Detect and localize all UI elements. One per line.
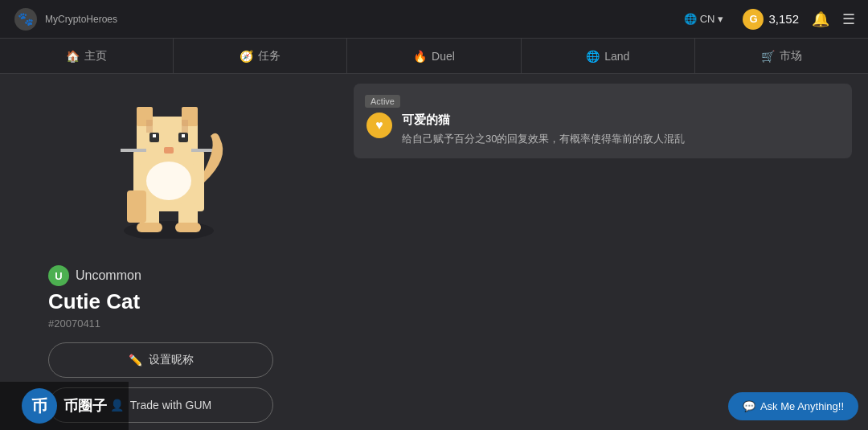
character-id: #20070411 bbox=[48, 317, 338, 330]
character-name: Cutie Cat bbox=[48, 289, 338, 314]
svg-rect-12 bbox=[121, 149, 146, 152]
svg-rect-16 bbox=[178, 203, 198, 226]
nav-duel-label: Duel bbox=[432, 50, 455, 63]
rarity-badge: U Uncommon bbox=[48, 265, 338, 286]
market-icon: 🛒 bbox=[761, 50, 775, 63]
nav-market-label: 市场 bbox=[780, 49, 802, 63]
character-image-area bbox=[0, 74, 338, 259]
secondary-nav: 🏠 主页 🧭 任务 🔥 Duel 🌐 Land 🛒 市场 bbox=[0, 39, 868, 74]
svg-point-14 bbox=[146, 162, 191, 200]
svg-rect-17 bbox=[137, 223, 162, 232]
nav-land-label: Land bbox=[604, 50, 629, 63]
nav-item-home[interactable]: 🏠 主页 bbox=[0, 39, 174, 73]
watermark: 币 币圈子 bbox=[0, 382, 129, 430]
svg-rect-21 bbox=[182, 120, 188, 133]
character-sprite bbox=[88, 94, 249, 239]
nav-item-quests[interactable]: 🧭 任务 bbox=[174, 39, 347, 73]
language-selector[interactable]: 🌐 CN ▾ bbox=[684, 13, 724, 25]
left-panel: U Uncommon Cutie Cat #20070411 ✏️ 设置昵称 👤… bbox=[0, 74, 338, 430]
nav-item-market[interactable]: 🛒 市场 bbox=[695, 39, 868, 73]
right-panel: Active ♥ 可爱的猫 给自己赋予百分之30的回复效果，有概率使得靠前的敌人… bbox=[338, 74, 868, 430]
logo-icon: 🐾 bbox=[13, 6, 39, 32]
quest-icon: 🧭 bbox=[240, 50, 253, 63]
svg-rect-18 bbox=[175, 223, 201, 232]
gum-amount: 3,152 bbox=[768, 12, 799, 26]
trade-gum-label: Trade with GUM bbox=[130, 399, 211, 412]
nav-home-label: 主页 bbox=[84, 49, 107, 63]
nav-right: G 3,152 🔔 ☰ bbox=[743, 9, 855, 30]
svg-rect-19 bbox=[127, 190, 146, 223]
lang-label: CN bbox=[700, 13, 715, 25]
menu-icon[interactable]: ☰ bbox=[842, 10, 855, 28]
ask-me-button[interactable]: 💬 Ask Me Anything!! bbox=[728, 392, 858, 420]
ask-me-label: Ask Me Anything!! bbox=[760, 400, 844, 412]
globe-icon: 🌐 bbox=[684, 13, 697, 25]
set-nickname-label: 设置昵称 bbox=[149, 353, 194, 367]
svg-point-2 bbox=[124, 221, 214, 239]
gum-icon: G bbox=[743, 9, 764, 30]
nav-item-land[interactable]: 🌐 Land bbox=[522, 39, 695, 73]
skill-card: Active ♥ 可爱的猫 给自己赋予百分之30的回复效果，有概率使得靠前的敌人… bbox=[354, 84, 852, 158]
rarity-circle: U bbox=[48, 265, 69, 286]
duel-icon: 🔥 bbox=[413, 50, 427, 63]
skill-info: 可爱的猫 给自己赋予百分之30的回复效果，有概率使得靠前的敌人混乱 bbox=[402, 100, 839, 147]
gum-balance: G 3,152 bbox=[743, 9, 799, 30]
logo-area: 🐾 MyCryptoHeroes bbox=[13, 6, 117, 32]
bell-icon[interactable]: 🔔 bbox=[812, 10, 829, 28]
main-content: U Uncommon Cutie Cat #20070411 ✏️ 设置昵称 👤… bbox=[0, 74, 868, 430]
svg-rect-9 bbox=[153, 134, 156, 137]
nav-quest-label: 任务 bbox=[258, 49, 280, 63]
svg-rect-20 bbox=[146, 120, 153, 133]
skill-title-row: 可爱的猫 bbox=[402, 113, 839, 128]
edit-icon: ✏️ bbox=[129, 354, 142, 367]
home-icon: 🏠 bbox=[66, 50, 80, 63]
svg-rect-10 bbox=[182, 134, 185, 137]
chat-icon: 💬 bbox=[743, 400, 755, 412]
skill-description: 给自己赋予百分之30的回复效果，有概率使得靠前的敌人混乱 bbox=[402, 131, 839, 147]
active-badge: Active bbox=[365, 95, 400, 108]
chevron-down-icon: ▾ bbox=[718, 13, 723, 25]
heart-icon: ♥ bbox=[375, 118, 383, 133]
skill-icon: ♥ bbox=[366, 113, 392, 138]
set-nickname-button[interactable]: ✏️ 设置昵称 bbox=[48, 342, 273, 378]
svg-text:🐾: 🐾 bbox=[18, 11, 34, 27]
watermark-text: 币圈子 bbox=[63, 396, 107, 416]
rarity-label: Uncommon bbox=[76, 268, 141, 283]
top-nav: 🐾 MyCryptoHeroes 🌐 CN ▾ G 3,152 🔔 ☰ bbox=[0, 0, 868, 39]
nav-item-duel[interactable]: 🔥 Duel bbox=[347, 39, 521, 73]
skill-name: 可爱的猫 bbox=[402, 113, 450, 126]
watermark-circle: 币 bbox=[22, 388, 57, 424]
logo-text: MyCryptoHeroes bbox=[45, 14, 117, 25]
svg-rect-11 bbox=[164, 147, 174, 154]
land-icon: 🌐 bbox=[586, 50, 600, 63]
